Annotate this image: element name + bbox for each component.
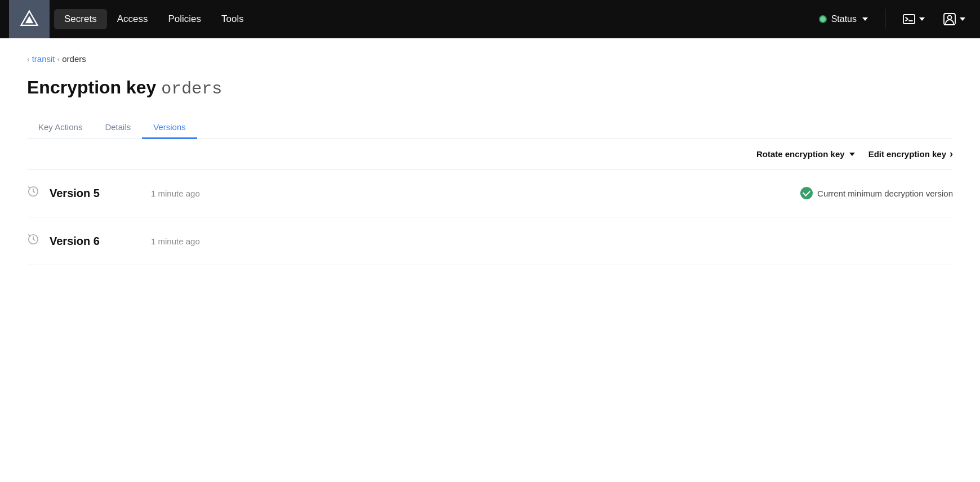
breadcrumb-chevron-orders: ‹ xyxy=(57,55,60,64)
page-title-mono: orders xyxy=(161,79,222,99)
version-list: Version 5 1 minute ago Current minimum d… xyxy=(27,169,953,265)
version-6-clock-icon xyxy=(27,233,39,249)
version-5-status: Current minimum decryption version xyxy=(800,187,953,199)
edit-encryption-key-button[interactable]: Edit encryption key › xyxy=(868,148,953,160)
rotate-encryption-key-button[interactable]: Rotate encryption key xyxy=(756,149,855,159)
version-5-status-label: Current minimum decryption version xyxy=(817,189,953,198)
svg-rect-2 xyxy=(903,15,915,24)
status-button[interactable]: Status xyxy=(813,11,874,28)
status-chevron-icon xyxy=(862,17,868,21)
nav-tools[interactable]: Tools xyxy=(211,9,254,29)
breadcrumb-chevron-transit: ‹ xyxy=(27,55,30,64)
user-button[interactable] xyxy=(937,9,971,29)
user-chevron-icon xyxy=(960,17,965,21)
nav-secrets[interactable]: Secrets xyxy=(54,9,107,29)
edit-label: Edit encryption key xyxy=(868,149,946,159)
nav-policies[interactable]: Policies xyxy=(158,9,211,29)
page-title-bold: Encryption key xyxy=(27,77,156,97)
breadcrumb: ‹ transit ‹ orders xyxy=(27,54,953,64)
nav-access[interactable]: Access xyxy=(107,9,158,29)
top-nav: Secrets Access Policies Tools Status xyxy=(0,0,980,38)
version-5-check-icon xyxy=(800,187,813,199)
tabs: Key Actions Details Versions xyxy=(27,117,953,139)
user-icon xyxy=(943,12,956,26)
version-5-time: 1 minute ago xyxy=(151,189,241,198)
terminal-icon xyxy=(902,12,916,26)
version-6-name: Version 6 xyxy=(50,235,128,248)
main-content: ‹ transit ‹ orders Encryption key orders… xyxy=(0,38,980,281)
versions-toolbar: Rotate encryption key Edit encryption ke… xyxy=(27,139,953,169)
version-item-6: Version 6 1 minute ago xyxy=(27,217,953,265)
tab-details[interactable]: Details xyxy=(93,117,142,139)
version-5-name: Version 5 xyxy=(50,187,128,200)
terminal-button[interactable] xyxy=(897,9,930,29)
edit-arrow-icon: › xyxy=(950,148,953,160)
rotate-chevron-icon xyxy=(849,153,855,156)
logo[interactable] xyxy=(9,0,50,38)
breadcrumb-orders: orders xyxy=(62,54,86,64)
nav-divider xyxy=(885,9,885,29)
breadcrumb-transit-link[interactable]: transit xyxy=(32,54,55,64)
terminal-chevron-icon xyxy=(919,17,925,21)
tab-versions[interactable]: Versions xyxy=(142,117,197,139)
rotate-label: Rotate encryption key xyxy=(756,149,845,159)
status-indicator xyxy=(819,15,827,23)
status-label: Status xyxy=(831,14,857,24)
page-title: Encryption key orders xyxy=(27,77,953,99)
svg-point-5 xyxy=(948,16,952,20)
version-6-time: 1 minute ago xyxy=(151,236,241,246)
version-5-clock-icon xyxy=(27,185,39,201)
version-item-5: Version 5 1 minute ago Current minimum d… xyxy=(27,169,953,217)
tab-key-actions[interactable]: Key Actions xyxy=(27,117,93,139)
